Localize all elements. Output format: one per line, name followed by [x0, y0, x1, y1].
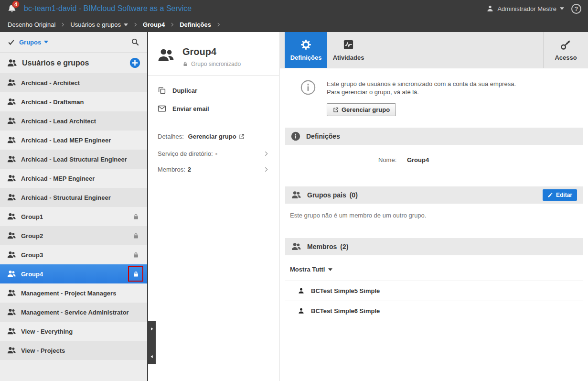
breadcrumb-item-usuarios-e-grupos[interactable]: Usuários e grupos [70, 21, 128, 28]
notifications-button[interactable]: 4 [7, 3, 18, 14]
breadcrumb-item-definicoes[interactable]: Definições [180, 21, 211, 28]
group-subtitle: Grupo sincronizado [182, 61, 241, 67]
user-icon [486, 5, 494, 12]
collapse-icon[interactable] [150, 354, 154, 359]
enviar-email-button[interactable]: Enviar email [148, 99, 279, 118]
group-icon [7, 327, 16, 336]
breadcrumb-item-group4[interactable]: Group4 [143, 21, 165, 28]
edit-button[interactable]: Editar [543, 189, 577, 201]
sidebar-item-archicad-mep-engineer[interactable]: Archicad - MEP Engineer [0, 169, 147, 188]
lock-wrap [128, 247, 143, 262]
tab-definicoes[interactable]: Definições [285, 32, 327, 68]
group-icon [7, 269, 16, 279]
member-list: BCTest Simple5 SimpleBCTest Simple6 Simp… [285, 281, 583, 321]
help-button[interactable]: ? [571, 4, 581, 14]
tab-acesso[interactable]: Acesso [543, 32, 588, 68]
sidebar-item-label: Management - Service Administrator [21, 309, 129, 316]
lock-icon [132, 232, 139, 239]
groups-filter-dropdown[interactable]: Grupos [19, 39, 41, 46]
sidebar-item-label: Archicad - MEP Engineer [21, 175, 95, 182]
action-list: DuplicarEnviar email [148, 81, 279, 118]
breadcrumb-item-desenho-original[interactable]: Desenho Original [8, 21, 55, 28]
sidebar-item-label: Group1 [21, 213, 43, 220]
topbar-right: Administrador Mestre ? [486, 4, 581, 14]
group-icon [7, 307, 16, 317]
person-icon [298, 287, 305, 294]
lock-icon [132, 251, 139, 259]
sync-notice: Este grupo de usuários é sincronizado co… [280, 68, 588, 121]
member-row[interactable]: BCTest Simple6 Simple [285, 301, 583, 321]
chevron-down-icon [328, 268, 332, 271]
sidebar-item-management-service-administrator[interactable]: Management - Service Administrator [0, 303, 147, 322]
member-name: BCTest Simple5 Simple [311, 287, 380, 294]
sidebar-item-archicad-draftsman[interactable]: Archicad - Draftsman [0, 92, 147, 111]
person-icon [298, 307, 305, 315]
search-icon[interactable] [131, 38, 139, 46]
sidebar-item-label: View - Everything [21, 328, 73, 335]
section-title: Membros [307, 243, 337, 250]
group-subtitle-label: Grupo sincronizado [191, 61, 241, 67]
sidebar-item-management-project-managers[interactable]: Management - Project Managers [0, 283, 147, 303]
lock-wrap [128, 228, 143, 243]
expand-icon[interactable] [150, 327, 154, 331]
name-label: Nome: [378, 156, 396, 163]
duplicar-button[interactable]: Duplicar [148, 81, 279, 99]
group-icon [7, 231, 16, 240]
breadcrumb-label: Definições [180, 21, 211, 28]
lock-icon [182, 61, 188, 67]
action-label: Enviar email [172, 105, 209, 112]
chevron-right-icon [263, 166, 269, 173]
manage-group-button[interactable]: Gerenciar grupo [327, 103, 396, 116]
breadcrumb-label: Usuários e grupos [70, 21, 121, 28]
section-members: Membros (2) Mostra Tutti BCTest Simple5 … [285, 238, 583, 321]
details-row: Detalhes: Gerenciar grupo [148, 133, 279, 140]
detail-header: Group4 Grupo sincronizado [148, 32, 279, 75]
tabs: DefiniçõesAtividades [280, 32, 370, 68]
property-row-membros[interactable]: Membros:2 [148, 162, 279, 177]
breadcrumb-separator-icon [170, 22, 175, 27]
sidebar-item-view-projects[interactable]: View - Projects [0, 341, 147, 360]
user-menu-button[interactable]: Administrador Mestre [497, 5, 556, 12]
manage-group-link[interactable]: Gerenciar grupo [188, 133, 245, 140]
edit-button-label: Editar [556, 192, 572, 198]
sidebar-item-group4[interactable]: Group4 [0, 264, 147, 283]
sidebar-title: Usuários e grupos [22, 59, 89, 67]
property-row-servico-de-diretorio[interactable]: Serviço de diretório:- [148, 146, 279, 162]
external-link-icon [333, 107, 339, 113]
section-title: Definições [306, 132, 340, 140]
sidebar-item-group2[interactable]: Group2 [0, 226, 147, 245]
gear-icon [300, 39, 311, 50]
sidebar-item-label: Archicad - Lead Architect [21, 118, 96, 125]
sidebar-item-archicad-lead-architect[interactable]: Archicad - Lead Architect [0, 111, 147, 131]
sidebar-item-group3[interactable]: Group3 [0, 245, 147, 264]
sidebar-item-label: Management - Project Managers [21, 290, 116, 297]
action-label: Duplicar [172, 87, 197, 94]
sidebar-item-label: Group4 [21, 271, 43, 278]
sidebar-collapse-handle[interactable] [148, 321, 156, 364]
group-icon [7, 346, 16, 355]
group-icon [7, 193, 16, 202]
group-icon [157, 46, 175, 65]
topbar: 4 bc-team1-david - BIMcloud Software as … [0, 0, 588, 17]
sidebar-item-archicad-lead-mep-engineer[interactable]: Archicad - Lead MEP Engineer [0, 131, 147, 150]
sidebar-item-label: Archicad - Draftsman [21, 98, 84, 106]
member-row[interactable]: BCTest Simple5 Simple [285, 281, 583, 301]
group-icon [291, 190, 301, 200]
tab-atividades[interactable]: Atividades [327, 32, 370, 68]
members-filter-dropdown[interactable]: Mostra Tutti [285, 255, 583, 281]
bimcloud-screen: 4 bc-team1-david - BIMcloud Software as … [0, 0, 588, 381]
add-group-button[interactable] [129, 57, 140, 68]
sidebar-header: Usuários e grupos [0, 53, 147, 73]
sidebar-item-group1[interactable]: Group1 [0, 207, 147, 226]
sidebar-item-archicad-structural-engineer[interactable]: Archicad - Structural Engineer [0, 188, 147, 207]
notice-line2: Para gerenciar o grupo, vá até lá. [327, 88, 516, 96]
sidebar-item-archicad-architect[interactable]: Archicad - Architect [0, 73, 147, 92]
notification-count-badge: 4 [12, 0, 20, 8]
member-name: BCTest Simple6 Simple [311, 307, 380, 315]
external-link-icon [239, 134, 245, 140]
sidebar-item-view-everything[interactable]: View - Everything [0, 322, 147, 341]
breadcrumb-separator-icon [216, 22, 221, 27]
sidebar-item-archicad-lead-structural-engineer[interactable]: Archicad - Lead Structural Engineer [0, 150, 147, 169]
mail-icon [158, 104, 166, 113]
tab-label: Definições [290, 54, 322, 61]
